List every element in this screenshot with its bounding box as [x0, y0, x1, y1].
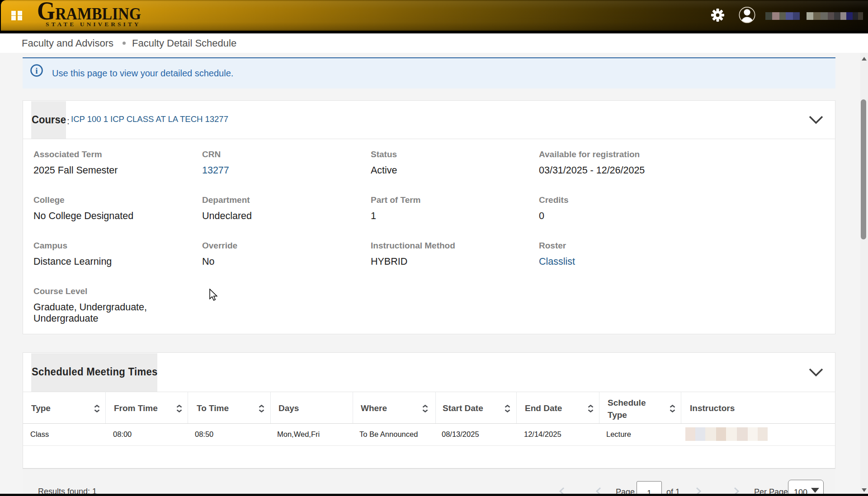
svg-text:i: i	[35, 66, 38, 75]
